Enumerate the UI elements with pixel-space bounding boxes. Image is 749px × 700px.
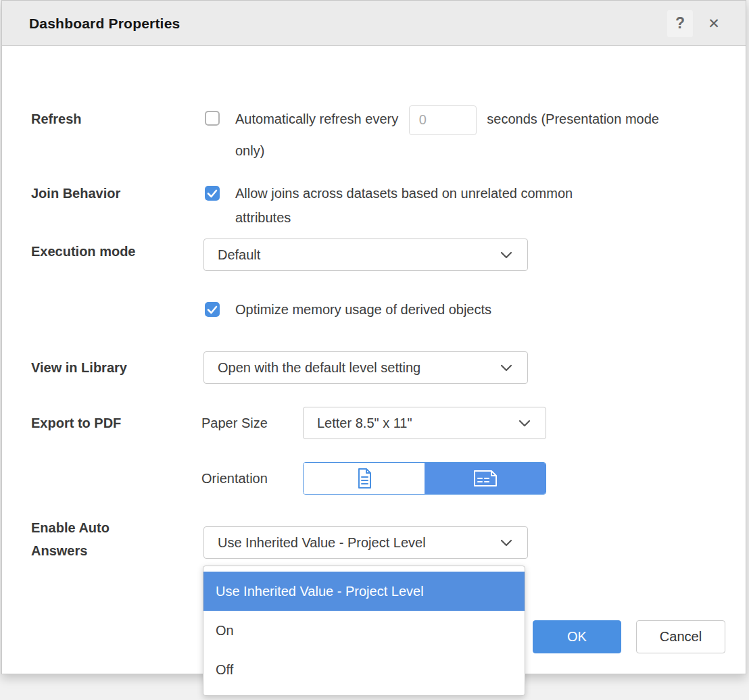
menu-option-on[interactable]: On: [203, 611, 525, 650]
enable-auto-answers-value: Use Inherited Value - Project Level: [218, 535, 426, 551]
menu-option-use-inherited-value[interactable]: Use Inherited Value - Project Level: [203, 572, 525, 611]
export-to-pdf-label: Export to PDF: [31, 411, 166, 434]
view-in-library-value: Open with the default level setting: [218, 360, 420, 376]
allow-joins-text: Allow joins across datasets based on unr…: [235, 181, 617, 230]
chevron-down-icon: [500, 364, 512, 372]
auto-refresh-checkbox[interactable]: [205, 111, 220, 126]
dialog-title: Dashboard Properties: [29, 1, 180, 46]
ok-button-label: OK: [567, 629, 587, 645]
close-icon: ✕: [708, 16, 720, 32]
cancel-button-label: Cancel: [660, 629, 702, 645]
chevron-down-icon: [500, 539, 512, 547]
join-behavior-label: Join Behavior: [31, 182, 166, 205]
header-actions: ? ✕: [667, 1, 725, 46]
portrait-page-icon: [355, 467, 374, 490]
execution-mode-select[interactable]: Default: [203, 239, 528, 271]
auto-refresh-text: Automatically refresh every seconds (Pre…: [235, 103, 660, 166]
paper-size-label: Paper Size: [201, 414, 268, 432]
refresh-label: Refresh: [31, 107, 166, 130]
cancel-button[interactable]: Cancel: [636, 620, 725, 653]
chevron-down-icon: [518, 420, 531, 427]
dialog-header: Dashboard Properties ? ✕: [2, 1, 746, 46]
view-in-library-select[interactable]: Open with the default level setting: [203, 351, 528, 384]
enable-auto-answers-label: Enable Auto Answers: [31, 516, 146, 562]
orientation-portrait-button[interactable]: [304, 463, 425, 494]
help-icon: ?: [675, 14, 685, 32]
execution-mode-value: Default: [218, 247, 260, 263]
landscape-page-icon: [472, 468, 499, 489]
page-background: Dashboard Properties ? ✕ Refresh Automat…: [0, 0, 749, 700]
refresh-seconds-input[interactable]: [409, 105, 477, 135]
paper-size-select[interactable]: Letter 8.5" x 11": [303, 407, 546, 439]
help-button[interactable]: ?: [667, 10, 693, 37]
paper-size-value: Letter 8.5" x 11": [317, 416, 412, 431]
allow-joins-checkbox[interactable]: [205, 186, 220, 201]
enable-auto-answers-select[interactable]: Use Inherited Value - Project Level: [203, 526, 528, 559]
chevron-down-icon: [500, 251, 512, 259]
execution-mode-label: Execution mode: [31, 240, 166, 263]
close-button[interactable]: ✕: [702, 10, 725, 37]
checkmark-icon: [205, 186, 220, 201]
menu-option-off[interactable]: Off: [203, 650, 525, 689]
auto-refresh-text-before: Automatically refresh every: [235, 111, 398, 126]
orientation-landscape-button[interactable]: [425, 463, 546, 494]
orientation-label: Orientation: [201, 470, 268, 487]
optimize-memory-checkbox[interactable]: [205, 302, 220, 317]
ok-button[interactable]: OK: [533, 620, 621, 653]
enable-auto-answers-dropdown-menu: Use Inherited Value - Project Level On O…: [203, 566, 525, 696]
checkmark-icon: [205, 302, 220, 317]
orientation-toggle: [303, 462, 546, 495]
optimize-memory-text: Optimize memory usage of derived objects: [235, 302, 491, 318]
view-in-library-label: View in Library: [31, 356, 166, 379]
